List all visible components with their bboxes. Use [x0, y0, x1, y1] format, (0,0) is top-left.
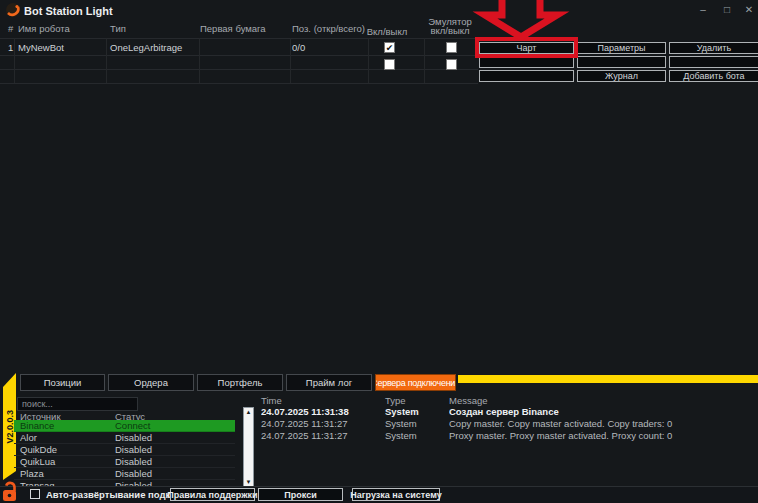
log-type: System [385, 418, 445, 429]
bot-on-checkbox-row2[interactable] [384, 59, 395, 70]
auto-deploy-checkbox[interactable] [30, 489, 40, 499]
col-header-type: Тип [110, 23, 126, 34]
connection-source: Plaza [14, 468, 115, 479]
connection-row-quiklua[interactable]: QuikLua Disabled [14, 456, 235, 468]
col-header-name: Имя робота [18, 23, 70, 34]
connection-source: Binance [14, 420, 115, 431]
bot-emulator-checkbox-row2[interactable] [446, 59, 457, 70]
table-line [0, 69, 478, 70]
unlock-icon [2, 480, 18, 502]
empty-button[interactable] [479, 70, 574, 82]
table-line [290, 38, 291, 83]
connection-status: Connect [115, 420, 150, 431]
log-message: Создан сервер Binance [449, 406, 754, 417]
maximize-button[interactable]: □ [719, 3, 735, 16]
connection-status: Disabled [115, 456, 152, 467]
app-window: Bot Station Light – □ ✕ # Имя робота Тип… [0, 0, 758, 503]
table-line [106, 38, 107, 83]
journal-button[interactable]: Журнал [577, 70, 666, 82]
empty-button[interactable] [669, 56, 758, 68]
connection-status: Disabled [115, 432, 152, 443]
table-line [0, 83, 478, 84]
support-rules-button[interactable]: Правила поддержки [170, 488, 255, 501]
table-line [199, 38, 200, 83]
table-line [424, 38, 425, 83]
col-header-paper: Первая бумага [200, 23, 266, 34]
tab-connection-servers[interactable]: Сервера подключения [375, 374, 456, 391]
add-bot-button[interactable]: Добавить бота [669, 70, 758, 82]
connection-status: Disabled [115, 444, 152, 455]
delete-button[interactable]: Удалить [669, 42, 758, 54]
log-col-time: Time [261, 395, 381, 406]
scroll-up-icon[interactable]: ▲ [244, 408, 253, 417]
tab-orders[interactable]: Ордера [108, 374, 194, 391]
system-load-button[interactable]: Нагрузка на систему [352, 488, 440, 501]
log-time: 24.07.2025 11:31:38 [261, 406, 381, 417]
log-col-message: Message [449, 395, 754, 406]
annotation-arrow-down-icon [471, 0, 571, 40]
yellow-accent-bar [458, 375, 758, 383]
connection-source: QuikLua [14, 456, 115, 467]
tab-portfolio[interactable]: Портфель [197, 374, 283, 391]
bot-row-num: 1 [8, 42, 13, 53]
search-input[interactable] [17, 397, 138, 411]
table-line [0, 38, 478, 39]
connection-source: QuikDde [14, 444, 115, 455]
connection-row-plaza[interactable]: Plaza Disabled [14, 468, 235, 480]
app-logo-icon [6, 3, 20, 17]
minimize-button[interactable]: – [695, 3, 711, 16]
tab-prime-log[interactable]: Прайм лог [286, 374, 372, 391]
log-col-type: Type [385, 395, 445, 406]
col-header-emulator: Эмулятор вкл/выкл [422, 17, 478, 35]
connection-status: Disabled [115, 468, 152, 479]
log-type: System [385, 406, 445, 417]
connection-row-binance[interactable]: Binance Connect [14, 420, 235, 432]
version-label: V2.0.0.3 [5, 410, 15, 444]
col-header-emulator-line2: вкл/выкл [422, 26, 478, 35]
close-button[interactable]: ✕ [741, 3, 757, 16]
connection-row-quikdde[interactable]: QuikDde Disabled [14, 444, 235, 456]
bot-emulator-checkbox[interactable] [446, 42, 457, 53]
connection-row-alor[interactable]: Alor Disabled [14, 432, 235, 444]
empty-button[interactable] [577, 56, 666, 68]
log-message: Proxy master. Proxy master activated. Pr… [449, 430, 754, 441]
log-type: System [385, 430, 445, 441]
connections-list: Binance Connect Alor Disabled QuikDde Di… [14, 420, 235, 486]
tab-positions[interactable]: Позиции [20, 374, 105, 391]
bot-row-name[interactable]: MyNewBot [18, 42, 64, 53]
log-message: Copy master. Copy master activated. Copy… [449, 418, 754, 429]
table-line [0, 55, 478, 56]
connection-source: Alor [14, 432, 115, 443]
log-time: 24.07.2025 11:31:27 [261, 418, 381, 429]
bot-on-checkbox[interactable]: ✔ [384, 42, 395, 53]
table-line [368, 38, 369, 83]
col-header-on: Вкл/выкл [360, 26, 414, 37]
bot-row-pos: 0/0 [292, 42, 305, 53]
table-line [14, 38, 15, 83]
col-header-num: # [8, 23, 13, 34]
bot-row-type: OneLegArbitrage [110, 42, 182, 53]
log-time: 24.07.2025 11:31:27 [261, 430, 381, 441]
annotation-highlight-rect [475, 37, 578, 58]
proxy-button[interactable]: Прокси [258, 488, 343, 501]
window-title: Bot Station Light [24, 5, 113, 17]
col-header-pos: Поз. (откр/всего) [292, 23, 365, 34]
parameters-button[interactable]: Параметры [577, 42, 666, 54]
connections-scrollbar[interactable]: ▲ ▼ [243, 407, 254, 488]
